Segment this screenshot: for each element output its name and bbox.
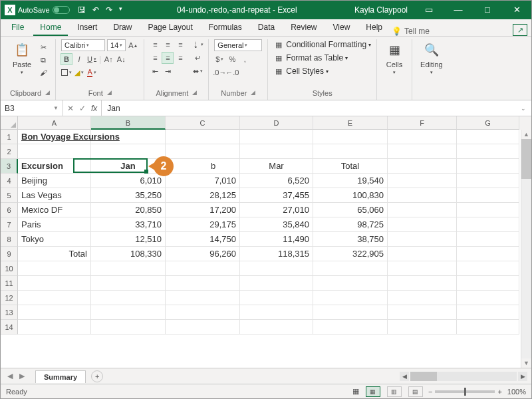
expand-formula-bar-icon[interactable]: ⌄ <box>521 105 526 112</box>
cell[interactable] <box>457 291 519 305</box>
column-header-E[interactable]: E <box>313 116 388 130</box>
dialog-launcher-icon[interactable]: ◢ <box>251 89 255 97</box>
format-as-table-button[interactable]: ▦Format as Table▾ <box>273 53 348 63</box>
font-name-selector[interactable]: Calibri <box>61 39 105 51</box>
cell[interactable] <box>457 188 519 203</box>
percent-format-icon[interactable]: % <box>227 54 237 65</box>
minimize-button[interactable]: — <box>444 1 473 19</box>
row-header-11[interactable]: 11 <box>1 276 18 291</box>
cell[interactable] <box>240 261 313 276</box>
cell[interactable]: 20,850 <box>91 203 166 217</box>
scroll-thumb[interactable] <box>410 372 437 381</box>
close-button[interactable]: ✕ <box>502 1 531 19</box>
cell[interactable]: 33,710 <box>91 217 166 232</box>
cut-icon[interactable]: ✂ <box>38 42 49 53</box>
cell[interactable] <box>388 247 457 261</box>
cell[interactable]: 7,010 <box>166 174 240 188</box>
column-header-G[interactable]: G <box>457 116 519 130</box>
cell[interactable] <box>240 130 313 144</box>
cell[interactable]: 35,840 <box>240 217 313 232</box>
tab-data[interactable]: Data <box>251 20 281 36</box>
cell[interactable] <box>91 144 166 159</box>
align-bottom-icon[interactable]: ≡ <box>175 39 186 50</box>
row-header-2[interactable]: 2 <box>1 144 18 159</box>
cell[interactable]: 37,455 <box>240 188 313 203</box>
zoom-out-button[interactable]: − <box>428 388 432 396</box>
cell[interactable]: 118,315 <box>240 247 313 261</box>
cell[interactable]: 27,010 <box>240 203 313 217</box>
tab-page-layout[interactable]: Page Layout <box>141 20 199 36</box>
sheet-tab-summary[interactable]: Summary <box>35 370 86 383</box>
comma-format-icon[interactable]: , <box>239 54 250 65</box>
cell[interactable] <box>18 291 91 305</box>
italic-button[interactable]: I <box>74 54 84 65</box>
cancel-formula-icon[interactable]: ✕ <box>67 104 74 113</box>
zoom-slider[interactable]: − + <box>428 388 502 396</box>
cell[interactable] <box>388 188 457 203</box>
align-right-icon[interactable]: ≡ <box>175 53 186 63</box>
row-header-4[interactable]: 4 <box>1 174 18 188</box>
row-header-12[interactable]: 12 <box>1 291 18 305</box>
cell[interactable] <box>457 217 519 232</box>
cell[interactable] <box>388 130 457 144</box>
cells-button[interactable]: ▦Cells▾ <box>382 39 406 76</box>
cell[interactable] <box>388 217 457 232</box>
cell[interactable]: Mexico DF <box>18 203 91 217</box>
underline-button[interactable]: U <box>86 54 97 65</box>
row-header-9[interactable]: 9 <box>1 247 18 261</box>
increase-decimal-icon[interactable]: .0→ <box>214 67 225 78</box>
sheet-nav-prev-icon[interactable]: ◀ <box>7 372 13 380</box>
align-left-icon[interactable]: ≡ <box>150 53 160 63</box>
cell[interactable] <box>457 144 519 159</box>
cell-styles-button[interactable]: ▦Cell Styles▾ <box>273 66 329 76</box>
cells-area[interactable]: Bon Voyage ExcursionsExcursionJanbMarTot… <box>18 130 531 368</box>
dialog-launcher-icon[interactable]: ◢ <box>107 89 112 97</box>
cell[interactable] <box>388 291 457 305</box>
cell[interactable] <box>313 291 388 305</box>
cell[interactable]: 96,260 <box>166 247 240 261</box>
cell[interactable]: 14,750 <box>166 232 240 247</box>
cell[interactable] <box>240 320 313 334</box>
cell[interactable] <box>388 261 457 276</box>
cell[interactable]: 6,010 <box>91 174 166 188</box>
cell[interactable] <box>18 276 91 291</box>
format-painter-icon[interactable]: 🖌 <box>38 67 49 78</box>
column-header-D[interactable]: D <box>240 116 313 130</box>
tab-view[interactable]: View <box>327 20 357 36</box>
vertical-scrollbar[interactable]: ▲ ▼ <box>521 130 531 368</box>
increase-font-icon[interactable]: A▲ <box>128 40 138 51</box>
cell[interactable] <box>166 320 240 334</box>
cell[interactable]: Excursion <box>18 159 91 174</box>
row-header-13[interactable]: 13 <box>1 305 18 320</box>
cell[interactable]: 108,330 <box>91 247 166 261</box>
cell[interactable] <box>388 320 457 334</box>
copy-icon[interactable]: ⧉ <box>38 55 49 65</box>
merge-center-icon[interactable]: ⬌ <box>192 66 203 76</box>
borders-button[interactable] <box>61 67 72 78</box>
cell[interactable] <box>388 159 457 174</box>
scroll-up-icon[interactable]: ▲ <box>521 130 531 139</box>
cell[interactable]: 98,725 <box>313 217 388 232</box>
tab-insert[interactable]: Insert <box>70 20 104 36</box>
cell[interactable] <box>457 130 519 144</box>
accounting-format-icon[interactable]: $ <box>214 54 225 65</box>
fill-color-button[interactable]: ◢ <box>74 67 84 78</box>
cell[interactable]: 322,905 <box>313 247 388 261</box>
tab-draw[interactable]: Draw <box>106 20 138 36</box>
decrease-decimal-icon[interactable]: ←.0 <box>227 67 237 78</box>
autosave-toggle[interactable]: AutoSave <box>18 6 70 14</box>
cell[interactable]: Total <box>18 247 91 261</box>
cell[interactable]: 35,250 <box>91 188 166 203</box>
cell[interactable]: 29,175 <box>166 217 240 232</box>
horizontal-scrollbar[interactable]: ◀ ▶ <box>400 372 527 381</box>
cell[interactable] <box>313 144 388 159</box>
cell[interactable] <box>457 320 519 334</box>
conditional-formatting-button[interactable]: ▦Conditional Formatting▾ <box>273 39 371 50</box>
view-normal-button[interactable]: ▦ <box>366 386 380 397</box>
cell[interactable] <box>313 276 388 291</box>
cell[interactable] <box>240 305 313 320</box>
cell[interactable]: Beijing <box>18 174 91 188</box>
row-header-14[interactable]: 14 <box>1 320 18 334</box>
wrap-text-icon[interactable]: ↵ <box>192 53 203 63</box>
editing-button[interactable]: 🔍Editing▾ <box>418 39 446 76</box>
